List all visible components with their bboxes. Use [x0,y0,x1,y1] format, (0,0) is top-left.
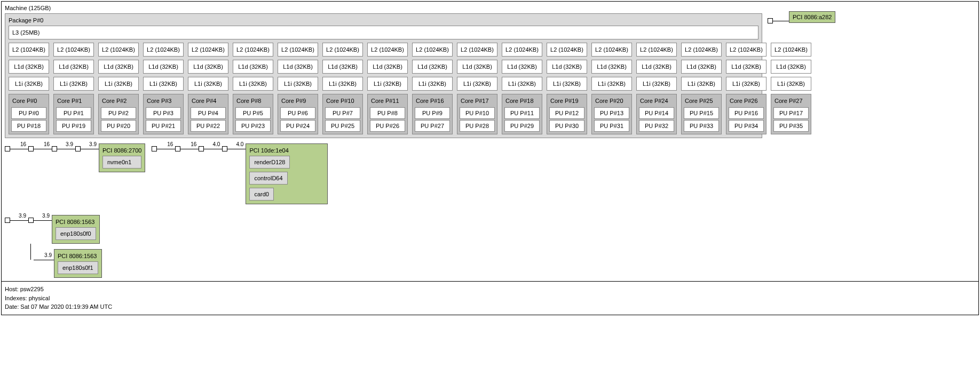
l2-cache: L2 (1024KB) [233,43,273,57]
pu-box: PU P#19 [56,120,91,132]
pu-box: PU P#13 [594,107,629,119]
l1d-cache: L1d (32KB) [322,60,363,74]
core-box: Core P#17PU P#10PU P#28 [457,94,497,134]
core-label: Core P#1 [56,97,91,106]
l1d-cache: L1d (32KB) [591,60,632,74]
l1d-cache: L1d (32KB) [771,60,811,74]
pu-box: PU P#22 [191,120,226,132]
l1d-cache: L1d (32KB) [681,60,722,74]
core-label: Core P#16 [415,97,450,106]
core-label: Core P#8 [235,97,271,106]
core-box: Core P#4PU P#4PU P#22 [188,94,228,134]
core-box: Core P#10PU P#7PU P#25 [322,94,363,134]
l1d-cache: L1d (32KB) [367,60,408,74]
l1i-cache: L1i (32KB) [278,77,318,91]
core-label: Core P#2 [101,97,136,106]
core-box: Core P#19PU P#12PU P#30 [547,94,587,134]
l2-cache: L2 (1024KB) [726,43,766,57]
l2-cache: L2 (1024KB) [9,43,49,57]
core-label: Core P#19 [549,97,584,106]
l1i-cache: L1i (32KB) [457,77,497,91]
machine-box: Machine (125GB) Package P#0 L3 (25MB) L2… [1,1,979,315]
l1d-row: L1d (32KB)L1d (32KB)L1d (32KB)L1d (32KB)… [9,60,758,74]
l2-cache: L2 (1024KB) [53,43,94,57]
bus-node-icon [175,146,180,151]
l2-cache: L2 (1024KB) [278,43,318,57]
core-label: Core P#9 [280,97,315,106]
core-label: Core P#0 [11,97,46,106]
footer-date: Date: Sat 07 Mar 2020 01:19:39 AM UTC [5,302,975,311]
l1i-cache: L1i (32KB) [412,77,453,91]
core-label: Core P#10 [325,97,360,106]
l2-cache: L2 (1024KB) [322,43,363,57]
pu-box: PU P#20 [101,120,136,132]
l1d-cache: L1d (32KB) [98,60,139,74]
l2-cache: L2 (1024KB) [412,43,453,57]
pci-device-nvme: PCI 8086:2700 nvme0n1 [99,143,145,172]
pu-box: PU P#26 [370,120,405,132]
l2-cache: L2 (1024KB) [591,43,632,57]
pci-device-net1: PCI 8086:1563 enp180s0f1 [54,249,102,278]
core-box: Core P#16PU P#9PU P#27 [412,94,453,134]
bus-node-icon [5,146,10,151]
l1i-cache: L1i (32KB) [367,77,408,91]
core-box: Core P#9PU P#6PU P#24 [278,94,318,134]
l1d-cache: L1d (32KB) [143,60,184,74]
package-label: Package P#0 [9,17,758,23]
core-row: Core P#0PU P#0PU P#18Core P#1PU P#1PU P#… [9,94,758,134]
pu-box: PU P#3 [146,107,181,119]
l1i-cache: L1i (32KB) [143,77,184,91]
l1i-cache: L1i (32KB) [98,77,139,91]
l1d-cache: L1d (32KB) [233,60,273,74]
l1i-cache: L1i (32KB) [547,77,587,91]
pu-box: PU P#24 [280,120,315,132]
l1d-cache: L1d (32KB) [726,60,766,74]
pu-box: PU P#2 [101,107,136,119]
pu-box: PU P#32 [639,120,674,132]
l1i-cache: L1i (32KB) [502,77,542,91]
l2-row: L2 (1024KB)L2 (1024KB)L2 (1024KB)L2 (102… [9,43,758,57]
pu-box: PU P#27 [415,120,450,132]
core-box: Core P#2PU P#2PU P#20 [98,94,139,134]
l1i-cache: L1i (32KB) [726,77,766,91]
pu-box: PU P#34 [729,120,764,132]
bus-node-icon [28,218,34,223]
l2-cache: L2 (1024KB) [457,43,497,57]
pu-box: PU P#15 [684,107,719,119]
pu-box: PU P#25 [325,120,360,132]
pci-device-gpu: PCI 10de:1e04 renderD128 controlD64 card… [246,143,328,204]
os-device: enp180s0f0 [56,227,96,240]
core-label: Core P#18 [504,97,540,106]
l1d-cache: L1d (32KB) [502,60,542,74]
core-label: Core P#4 [191,97,226,106]
pu-box: PU P#11 [504,107,540,119]
l2-cache: L2 (1024KB) [547,43,587,57]
l1d-cache: L1d (32KB) [53,60,94,74]
l1d-cache: L1d (32KB) [636,60,677,74]
core-label: Core P#17 [460,97,495,106]
pu-box: PU P#6 [280,107,315,119]
machine-label: Machine (125GB) [5,5,762,11]
l2-cache: L2 (1024KB) [143,43,184,57]
core-box: Core P#1PU P#1PU P#19 [53,94,94,134]
pu-box: PU P#18 [11,120,46,132]
core-box: Core P#0PU P#0PU P#18 [9,94,49,134]
bus-node-icon [52,146,57,151]
pu-box: PU P#12 [549,107,584,119]
l1i-cache: L1i (32KB) [188,77,228,91]
core-box: Core P#11PU P#8PU P#26 [367,94,408,134]
bus-node-icon [28,146,34,151]
pci-device-side: PCI 8086:a282 [789,11,835,23]
pu-box: PU P#7 [325,107,360,119]
l1i-cache: L1i (32KB) [771,77,811,91]
l2-cache: L2 (1024KB) [502,43,542,57]
pu-box: PU P#17 [773,107,809,119]
pu-box: PU P#30 [549,120,584,132]
bus-node-icon [75,146,81,151]
l2-cache: L2 (1024KB) [771,43,811,57]
pu-box: PU P#5 [235,107,271,119]
l2-cache: L2 (1024KB) [98,43,139,57]
pu-box: PU P#35 [773,120,809,132]
l1i-cache: L1i (32KB) [9,77,49,91]
l2-cache: L2 (1024KB) [367,43,408,57]
